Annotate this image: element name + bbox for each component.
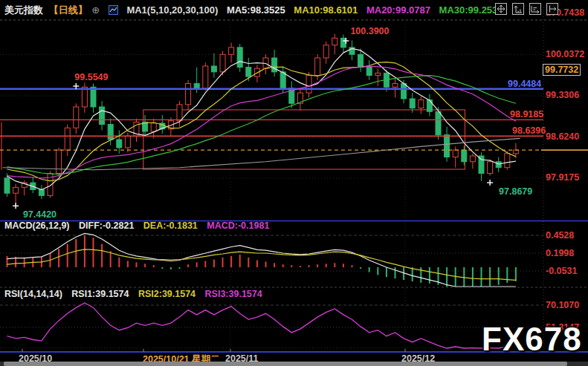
ma5-value: MA5:98.3525 (227, 4, 285, 16)
pan-right-icon[interactable] (546, 3, 558, 15)
period-label[interactable]: 【日线】 (49, 4, 88, 16)
chart-canvas[interactable] (0, 0, 588, 366)
rsi2-value: RSI2:39.1574 (138, 289, 196, 299)
scrollbar-thumb[interactable] (4, 362, 567, 366)
ma30-value: MA30:99.253 (439, 4, 498, 16)
fx678-watermark: FX678 (482, 321, 582, 358)
ma-settings-label[interactable]: MA1(5,10,20,30,100) (126, 4, 218, 16)
macd-diff-value: DIFF:-0.2821 (79, 220, 134, 231)
x-axis-zoom-icon[interactable] (529, 3, 541, 15)
macd-panel-labels: MACD(26,12,9) DIFF:-0.2821 DEA:-0.1831 M… (4, 220, 276, 231)
chart-header: 美元指数 【日线】 ⊕ MA1(5,10,20,30,100) MA5:98.3… (4, 4, 503, 17)
rsi-panel-labels: RSI(14,14,14) RSI1:39.1574 RSI2:39.1574 … (4, 289, 269, 299)
rsi-title[interactable]: RSI(14,14,14) (4, 289, 62, 299)
symbol-title: 美元指数 (4, 4, 43, 16)
y-axis-zoom-icon[interactable] (512, 3, 524, 15)
plus-circle-icon[interactable]: ⊕ (91, 4, 100, 16)
trading-chart-window: 100.7438100.037299.773299.330698.624097.… (0, 0, 588, 366)
macd-value: MACD:-0.1981 (207, 220, 269, 231)
move-chart-icon[interactable] (495, 3, 507, 15)
rsi3-value: RSI3:39.1574 (205, 289, 262, 299)
chart-toolbar (495, 3, 558, 15)
ma10-value: MA10:98.6101 (294, 4, 358, 16)
rsi1-value: RSI1:39.1574 (71, 289, 129, 299)
chart-type-icon[interactable] (109, 5, 118, 17)
macd-dea-value: DEA:-0.1831 (143, 220, 198, 231)
horizontal-scrollbar[interactable] (0, 362, 588, 366)
ma20-value: MA20:99.0787 (366, 4, 430, 16)
macd-title[interactable]: MACD(26,12,9) (4, 220, 70, 231)
